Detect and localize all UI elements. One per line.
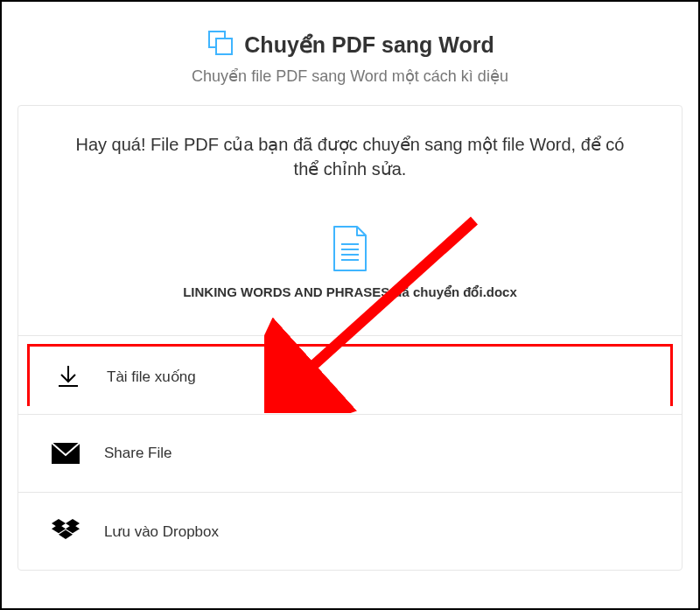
success-block: Hay quá! File PDF của bạn đã được chuyển… bbox=[18, 106, 682, 336]
dropbox-label: Lưu vào Dropbox bbox=[104, 522, 219, 541]
converted-file[interactable]: LINKING WORDS AND PHRASES-đã chuyển đổi.… bbox=[183, 225, 517, 300]
share-label: Share File bbox=[104, 445, 172, 462]
svg-rect-1 bbox=[216, 39, 232, 54]
dropbox-icon bbox=[52, 517, 80, 545]
action-list: Tài file xuống Share File bbox=[18, 336, 682, 570]
share-button[interactable]: Share File bbox=[18, 415, 682, 493]
page-subtitle: Chuyển file PDF sang Word một cách kì di… bbox=[18, 67, 682, 86]
dropbox-button[interactable]: Lưu vào Dropbox bbox=[18, 493, 682, 570]
success-message: Hay quá! File PDF của bạn đã được chuyển… bbox=[71, 132, 629, 181]
download-button[interactable]: Tài file xuống bbox=[27, 344, 673, 406]
result-card: Hay quá! File PDF của bạn đã được chuyển… bbox=[18, 105, 682, 571]
page-title: Chuyển PDF sang Word bbox=[244, 32, 494, 58]
page-header: Chuyển PDF sang Word Chuyển file PDF san… bbox=[18, 28, 682, 86]
pdf-to-word-icon bbox=[206, 28, 235, 61]
converted-filename: LINKING WORDS AND PHRASES-đã chuyển đổi.… bbox=[183, 284, 517, 300]
document-icon bbox=[331, 260, 369, 275]
envelope-icon bbox=[52, 439, 80, 467]
download-icon bbox=[54, 362, 82, 390]
download-label: Tài file xuống bbox=[107, 368, 196, 386]
